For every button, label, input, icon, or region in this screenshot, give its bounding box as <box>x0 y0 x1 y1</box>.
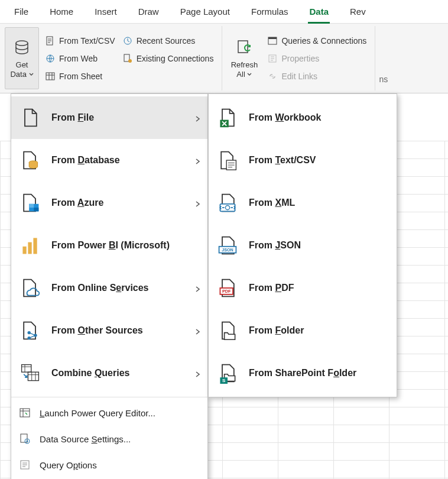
submenu-item-label: From SharePoint Folder <box>249 368 356 378</box>
recent-sources-label: Recent Sources <box>137 36 196 46</box>
tab-draw[interactable]: Draw <box>128 0 170 24</box>
submenu-item-from-workbook[interactable]: From Workbook <box>209 96 397 139</box>
queries-connections-button[interactable]: Queries & Connections <box>265 34 369 48</box>
tab-file[interactable]: File <box>4 0 39 24</box>
chevron-right-icon <box>194 157 200 163</box>
textcsv-icon <box>216 148 239 172</box>
ribbon-content: GetData From Text/CSV From Web From Shee… <box>0 24 448 93</box>
folder-icon <box>216 319 239 342</box>
tab-data[interactable]: Data <box>298 0 339 24</box>
tab-formulas[interactable]: Formulas <box>241 0 299 24</box>
tab-home[interactable]: Home <box>39 0 84 24</box>
svg-text:PDF: PDF <box>222 289 231 294</box>
tab-page-layout[interactable]: Page Layout <box>170 0 241 24</box>
from-sheet-button[interactable]: From Sheet <box>43 69 118 83</box>
group-queries-connections: RefreshAll Queries & Connections Propert… <box>222 26 375 90</box>
menu-separator <box>11 397 207 397</box>
menu-item-query-options[interactable]: Query Options <box>11 452 207 478</box>
svg-rect-23 <box>20 409 30 417</box>
properties-button: Properties <box>265 51 369 66</box>
submenu-item-label: From Folder <box>249 325 304 336</box>
tab-review[interactable]: Rev <box>339 0 376 24</box>
from-text-csv-label: From Text/CSV <box>59 36 115 46</box>
from-text-csv-button[interactable]: From Text/CSV <box>43 34 118 48</box>
table-icon <box>45 71 56 82</box>
menu-item-from-other-sources[interactable]: From Other Sources <box>11 309 207 352</box>
menu-item-label: From Database <box>51 155 120 166</box>
submenu-item-from-json[interactable]: JSONFrom JSON <box>209 224 397 267</box>
submenu-item-from-sharepoint-folder[interactable]: SFrom SharePoint Folder <box>209 352 397 394</box>
globe-icon <box>45 53 56 64</box>
svg-rect-14 <box>34 208 38 211</box>
edit-links-label: Edit Links <box>281 72 317 81</box>
submenu-item-label: From Text/CSV <box>249 155 316 166</box>
ribbon-tabs: File Home Insert Draw Page Layout Formul… <box>0 0 448 24</box>
menu-item-data-source-settings[interactable]: Data Source Settings... <box>11 426 207 452</box>
xml-icon <box>216 191 239 215</box>
connection-icon <box>122 53 133 64</box>
svg-rect-15 <box>22 247 26 254</box>
get-data-button[interactable]: GetData <box>5 27 39 89</box>
menu-item-combine-queries[interactable]: Combine Queries <box>11 352 207 394</box>
queries-connections-label: Queries & Connections <box>281 36 366 46</box>
svg-point-6 <box>128 59 132 63</box>
svg-rect-16 <box>28 242 31 254</box>
svg-point-18 <box>28 331 31 334</box>
menu-item-label: Data Source Settings... <box>40 434 131 444</box>
from-web-label: From Web <box>59 54 98 63</box>
menu-item-label: From Power BI (Microsoft) <box>51 240 170 251</box>
menu-item-from-power-bi[interactable]: From Power BI (Microsoft) <box>11 224 207 267</box>
from-sheet-label: From Sheet <box>59 72 102 81</box>
svg-rect-24 <box>21 434 27 442</box>
refresh-all-button[interactable]: RefreshAll <box>227 27 261 89</box>
submenu-item-label: From XML <box>249 198 295 208</box>
svg-text:S: S <box>222 378 226 383</box>
options-icon <box>18 458 31 471</box>
chevron-right-icon <box>194 370 200 376</box>
edit-links-button: Edit Links <box>265 69 369 83</box>
spfolder-icon: S <box>216 361 239 385</box>
existing-connections-button[interactable]: Existing Connections <box>120 51 216 66</box>
submenu-item-label: From JSON <box>249 240 301 251</box>
online-icon <box>18 276 42 300</box>
properties-label: Properties <box>281 54 319 63</box>
menu-item-label: From File <box>51 112 94 123</box>
combine-icon <box>18 361 42 385</box>
existing-connections-label: Existing Connections <box>137 54 214 63</box>
tab-insert[interactable]: Insert <box>84 0 128 24</box>
launch-icon <box>18 406 31 419</box>
from-web-button[interactable]: From Web <box>43 51 118 66</box>
menu-item-label: From Azure <box>51 198 103 208</box>
azure-icon <box>18 191 42 215</box>
chevron-right-icon <box>194 285 200 291</box>
menu-item-from-database[interactable]: From Database <box>11 139 207 182</box>
svg-rect-13 <box>29 204 34 208</box>
menu-item-from-azure[interactable]: From Azure <box>11 182 207 224</box>
svg-point-26 <box>27 441 28 442</box>
recent-sources-button[interactable]: Recent Sources <box>120 34 216 48</box>
menu-item-label: Combine Queries <box>51 368 129 378</box>
refresh-all-label: RefreshAll <box>231 60 258 79</box>
settings-icon <box>18 432 31 445</box>
menu-item-from-file[interactable]: From File <box>11 96 207 139</box>
submenu-item-label: From Workbook <box>249 112 321 123</box>
svg-rect-9 <box>268 37 277 39</box>
chevron-right-icon <box>194 328 200 334</box>
menu-item-launch-pq-editor[interactable]: Launch Power Query Editor... <box>11 400 207 426</box>
svg-point-0 <box>16 41 28 46</box>
svg-rect-22 <box>28 372 38 380</box>
submenu-item-from-xml[interactable]: From XML <box>209 182 397 224</box>
submenu-item-from-text-csv[interactable]: From Text/CSV <box>209 139 397 182</box>
submenu-item-from-pdf[interactable]: PDFFrom PDF <box>209 267 397 309</box>
get-data-menu: From FileFrom DatabaseFrom AzureFrom Pow… <box>11 93 208 479</box>
chevron-right-icon <box>194 200 200 206</box>
workbook-icon <box>216 106 239 130</box>
submenu-item-from-folder[interactable]: From Folder <box>209 309 397 352</box>
svg-rect-21 <box>22 365 31 373</box>
file-icon <box>18 106 42 130</box>
json-icon: JSON <box>216 234 239 257</box>
submenu-item-label: From PDF <box>249 283 294 293</box>
refresh-icon <box>234 38 254 58</box>
database-icon <box>12 38 32 58</box>
menu-item-from-online-services[interactable]: From Online Services <box>11 267 207 309</box>
